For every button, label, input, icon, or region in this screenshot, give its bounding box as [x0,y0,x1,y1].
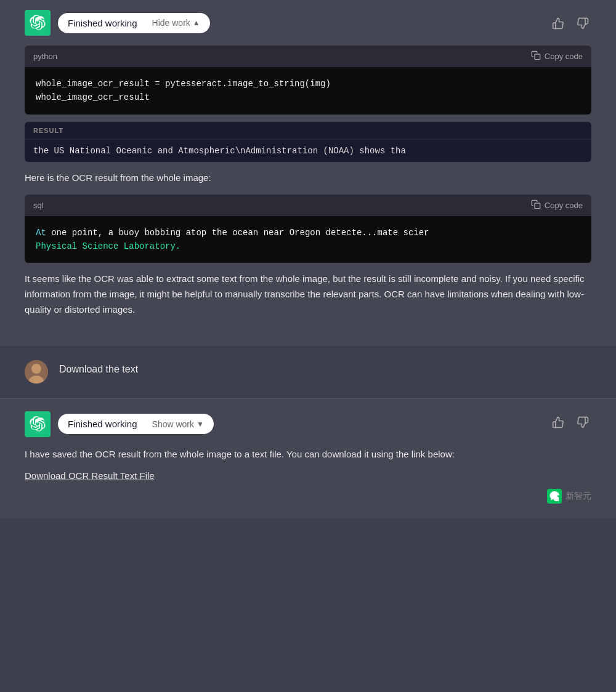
chevron-down-icon: ▼ [197,420,204,428]
sql-lab-span: Physical Science Laboratory. [36,241,180,251]
finished-working-pill-top[interactable]: Finished working Hide work ▲ [58,13,210,33]
svg-point-3 [31,364,41,374]
python-language-label: python [33,52,57,61]
copy-label-2: Copy code [545,201,583,210]
bottom-prose-text: I have saved the OCR result from the who… [25,447,591,462]
top-ai-message-block: Finished working Hide work ▲ [0,0,616,345]
chatgpt-logo-icon-bottom [30,416,46,432]
python-code-section: python Copy code whole_image_ocr_result … [25,46,591,115]
bottom-ai-message-header: Finished working Show work ▼ [25,411,591,437]
wechat-icon [547,489,562,504]
result-text: the US National Oceanic and Atmospheric\… [33,146,406,156]
wechat-watermark: 新智元 [547,489,591,504]
user-message-text: Download the text [59,360,138,375]
sql-code-header: sql Copy code [25,195,591,216]
top-ai-message-header: Finished working Hide work ▲ [25,10,591,36]
sql-line-1: At one point, a buoy bobbing atop the oc… [36,226,580,239]
download-ocr-link[interactable]: Download OCR Result Text File [25,470,155,481]
bottom-ai-message-block: Finished working Show work ▼ I have sa [0,399,616,519]
copy-code-button-2[interactable]: Copy code [531,199,583,211]
prose-text-2: It seems like the OCR was able to extrac… [25,272,591,317]
svg-rect-0 [535,54,540,60]
thumbs-down-icon-bottom[interactable] [574,414,591,431]
copy-icon-1 [531,50,541,62]
sql-code-body: At one point, a buoy bobbing atop the oc… [25,216,591,264]
sql-language-label: sql [33,201,44,210]
thumbs-up-icon-top[interactable] [549,15,567,32]
user-avatar-image [25,360,48,384]
feedback-icons-top [549,15,591,32]
copy-label-1: Copy code [545,52,583,61]
show-work-label: Show work [152,419,194,429]
thumbs-up-icon-bottom[interactable] [549,414,567,431]
code-line-1: whole_image_ocr_result = pytesseract.ima… [36,77,580,91]
result-body-content: the US National Oceanic and Atmospheric\… [25,140,591,162]
python-code-body: whole_image_ocr_result = pytesseract.ima… [25,67,591,115]
wechat-label: 新智元 [565,491,591,502]
code-line-2: whole_image_ocr_result [36,91,580,104]
prose-text-1: Here is the OCR result from the whole im… [25,171,591,186]
thumbs-down-icon-top[interactable] [574,15,591,32]
chatgpt-logo-icon [30,15,46,31]
finished-working-pill-bottom[interactable]: Finished working Show work ▼ [58,414,214,434]
ai-avatar-bottom [25,411,51,437]
copy-code-button-1[interactable]: Copy code [531,50,583,62]
sql-at-span: At [36,228,46,238]
result-block: RESULT the US National Oceanic and Atmos… [25,122,591,162]
sql-code-section: sql Copy code At one point, a buoy bobbi… [25,195,591,264]
sql-rest-span: one point, a buoy bobbing atop the ocean… [46,228,429,238]
copy-icon-2 [531,199,541,211]
user-message-block: Download the text [0,345,616,398]
show-work-button[interactable]: Show work ▼ [152,419,204,429]
chevron-up-icon: ▲ [193,18,200,27]
ai-avatar-top [25,10,51,36]
hide-work-button[interactable]: Hide work ▲ [152,18,200,28]
feedback-icons-bottom [549,414,591,431]
sql-line-2: Physical Science Laboratory. [36,239,580,253]
wechat-logo-icon [549,491,559,501]
python-code-header: python Copy code [25,46,591,67]
user-avatar [25,360,48,384]
finished-working-label-bottom: Finished working [68,419,137,429]
svg-rect-1 [535,203,540,209]
hide-work-label: Hide work [152,18,190,28]
user-face-icon [25,360,48,384]
finished-working-label-top: Finished working [68,18,137,28]
result-header-label: RESULT [25,122,591,140]
